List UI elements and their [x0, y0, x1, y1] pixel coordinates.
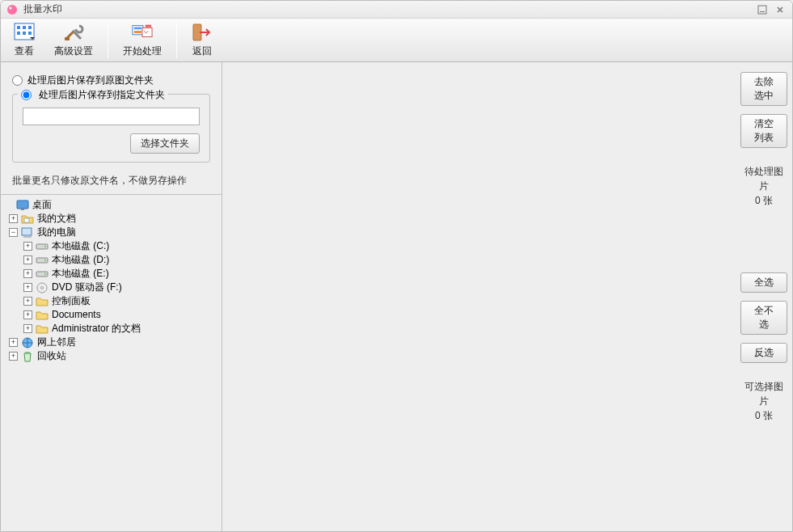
folder-tree[interactable]: 桌面 + 我的文档 − 我的电脑 + 本地磁盘 (C:) + 本地磁盘 (D:) [1, 195, 221, 531]
network-icon [21, 336, 34, 349]
choose-folder-button[interactable]: 选择文件夹 [130, 133, 200, 154]
minimize-button[interactable] [755, 4, 770, 15]
svg-rect-3 [760, 11, 765, 12]
main-area: 处理后图片保存到原图文件夹 处理后图片保存到指定文件夹 选择文件夹 批量更名只修… [1, 62, 792, 531]
folder-docs-icon [21, 213, 34, 226]
invert-selection-button[interactable]: 反选 [740, 343, 787, 363]
expander[interactable]: + [23, 269, 32, 278]
save-options: 处理后图片保存到原图文件夹 处理后图片保存到指定文件夹 选择文件夹 批量更名只修… [1, 62, 221, 195]
tree-disk-d[interactable]: + 本地磁盘 (D:) [2, 253, 220, 267]
tree-label: 桌面 [32, 198, 52, 212]
rename-note: 批量更名只修改原文件名，不做另存操作 [12, 174, 210, 188]
tree-my-docs[interactable]: + 我的文档 [2, 212, 220, 226]
svg-rect-12 [133, 26, 143, 35]
tree-label: Administrator 的文档 [52, 322, 141, 336]
process-icon [132, 22, 153, 43]
tree-desktop[interactable]: 桌面 [2, 198, 220, 212]
close-button[interactable] [773, 4, 787, 15]
save-original-label: 处理后图片保存到原图文件夹 [27, 74, 154, 87]
selectable-count: 可选择图片 0 张 [740, 379, 787, 423]
tree-dvd-f[interactable]: + DVD 驱动器 (F:) [2, 281, 220, 294]
clear-list-button[interactable]: 清空列表 [740, 114, 787, 148]
settings-label: 高级设置 [54, 44, 93, 58]
computer-icon [21, 226, 34, 239]
expander[interactable]: − [9, 228, 18, 237]
tree-label: 本地磁盘 (C:) [52, 239, 109, 253]
svg-rect-18 [17, 201, 28, 209]
start-button[interactable]: 开始处理 [113, 19, 171, 61]
drive-icon [36, 240, 49, 253]
desktop-icon [16, 199, 29, 212]
back-button[interactable]: 返回 [182, 19, 222, 61]
save-specified-group: 处理后图片保存到指定文件夹 选择文件夹 [12, 94, 210, 163]
expander[interactable]: + [23, 283, 32, 292]
window-title: 批量水印 [23, 2, 752, 16]
svg-rect-20 [24, 218, 29, 222]
save-specified-label: 处理后图片保存到指定文件夹 [39, 89, 165, 100]
action-sidebar: 去除选中 清空列表 待处理图片 0 张 全选 全不选 反选 可选择图片 0 张 [736, 62, 792, 531]
left-panel: 处理后图片保存到原图文件夹 处理后图片保存到指定文件夹 选择文件夹 批量更名只修… [1, 62, 222, 531]
tree-recycle[interactable]: + 回收站 [2, 349, 220, 363]
expander[interactable]: + [23, 255, 32, 264]
start-label: 开始处理 [123, 44, 162, 58]
view-label: 查看 [15, 44, 34, 58]
select-none-button[interactable]: 全不选 [740, 301, 787, 335]
tree-label: DVD 驱动器 (F:) [52, 281, 122, 294]
expander[interactable]: + [23, 310, 32, 319]
recycle-icon [21, 350, 34, 363]
tree-label: 网上邻居 [37, 336, 76, 349]
radio-original[interactable] [12, 75, 23, 86]
expander[interactable]: + [9, 338, 18, 347]
expander[interactable]: + [23, 324, 32, 333]
expander[interactable]: + [23, 242, 32, 251]
image-canvas [222, 62, 736, 531]
svg-rect-10 [28, 32, 32, 35]
drive-icon [36, 268, 49, 281]
tree-label: Documents [52, 308, 101, 322]
expander[interactable]: + [23, 297, 32, 306]
svg-point-24 [44, 246, 46, 247]
svg-rect-7 [28, 26, 32, 29]
svg-point-28 [44, 273, 46, 275]
tree-admin-docs[interactable]: + Administrator 的文档 [2, 322, 220, 336]
svg-rect-6 [23, 26, 26, 29]
tree-documents[interactable]: + Documents [2, 308, 220, 322]
tree-label: 控制面板 [52, 294, 91, 308]
tree-label: 我的电脑 [37, 226, 76, 239]
tools-icon [63, 22, 84, 43]
settings-button[interactable]: 高级设置 [44, 19, 103, 61]
radio-specified[interactable] [21, 90, 32, 100]
svg-rect-13 [134, 27, 141, 30]
expander[interactable]: + [9, 352, 18, 361]
tree-label: 本地磁盘 (D:) [52, 253, 109, 267]
expander-blank [4, 201, 13, 209]
tree-control-panel[interactable]: + 控制面板 [2, 294, 220, 308]
svg-rect-14 [134, 31, 141, 33]
save-specified-radio[interactable]: 处理后图片保存到指定文件夹 [21, 89, 165, 100]
tree-label: 我的文档 [37, 212, 76, 226]
toolbar-separator [108, 22, 108, 58]
svg-rect-2 [758, 6, 766, 14]
select-all-button[interactable]: 全选 [740, 272, 787, 293]
path-input[interactable] [23, 108, 200, 125]
expander[interactable]: + [9, 214, 18, 223]
grid-icon [14, 22, 35, 43]
view-button[interactable]: 查看 [4, 19, 44, 61]
remove-selected-button[interactable]: 去除选中 [740, 72, 787, 106]
back-label: 返回 [192, 44, 212, 58]
svg-rect-11 [65, 37, 70, 40]
tree-disk-e[interactable]: + 本地磁盘 (E:) [2, 267, 220, 281]
title-bar: 批量水印 [1, 1, 792, 19]
svg-point-30 [41, 286, 44, 289]
pending-count: 待处理图片 0 张 [740, 164, 787, 208]
svg-rect-19 [21, 209, 24, 210]
tree-network[interactable]: + 网上邻居 [2, 336, 220, 349]
tree-my-computer[interactable]: − 我的电脑 [2, 226, 220, 239]
save-original-radio[interactable]: 处理后图片保存到原图文件夹 [12, 74, 210, 87]
toolbar-separator [176, 22, 177, 58]
tree-disk-c[interactable]: + 本地磁盘 (C:) [2, 239, 220, 253]
svg-rect-8 [17, 32, 20, 35]
tree-label: 回收站 [37, 349, 66, 363]
svg-point-0 [7, 5, 17, 15]
dvd-icon [36, 281, 49, 294]
